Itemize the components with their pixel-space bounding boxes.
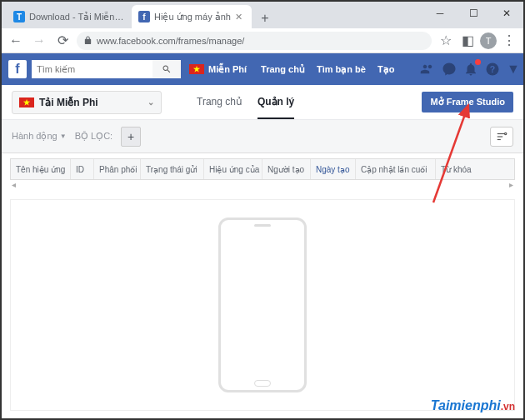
notification-badge: [475, 59, 481, 65]
forward-button[interactable]: →: [30, 32, 48, 50]
content-tabs: Trang chủ Quản lý: [197, 86, 294, 119]
phone-screen: [224, 232, 301, 377]
sort-button[interactable]: [490, 127, 513, 147]
tab-title: Download - Tải Miễn Phí VN - P: [29, 12, 125, 22]
watermark-text: Taimienphi: [431, 398, 501, 412]
table-header: Tên hiệu ứng ID Phân phối Trạng thái gửi…: [10, 158, 515, 180]
reload-button[interactable]: ⟳: [53, 32, 72, 50]
rainbow-bottom-icon: [224, 318, 301, 377]
notifications-icon[interactable]: [463, 62, 478, 77]
maximize-button[interactable]: ☐: [457, 2, 490, 25]
col-status[interactable]: Trạng thái gửi: [141, 159, 204, 179]
table: Tên hiệu ứng ID Phân phối Trạng thái gửi…: [2, 153, 523, 189]
scroll-indicator: ◂▸: [10, 180, 515, 189]
menu-icon[interactable]: ⋮: [500, 32, 518, 50]
col-effect-of[interactable]: Hiệu ứng của: [204, 159, 262, 179]
watermark: Taimienphi.vn: [431, 398, 515, 413]
star-icon[interactable]: ☆: [437, 32, 455, 50]
fb-nav: Trang chủ Tìm bạn bè Tạo: [255, 64, 400, 75]
phone-home-button: [254, 380, 271, 387]
back-button[interactable]: ←: [7, 32, 25, 50]
help-icon[interactable]: ?: [485, 62, 500, 77]
fb-search: [32, 60, 181, 78]
tab-home[interactable]: Trang chủ: [197, 86, 242, 119]
col-name[interactable]: Tên hiệu ứng: [11, 159, 71, 179]
messenger-icon[interactable]: [442, 62, 457, 77]
phone-speaker: [254, 224, 271, 227]
search-icon: [162, 64, 172, 74]
watermark-suffix: .vn: [501, 401, 515, 412]
svg-point-5: [505, 132, 507, 134]
search-button[interactable]: [152, 60, 181, 78]
add-filter-button[interactable]: +: [121, 127, 141, 147]
content-header: Tải Miễn Phi ⌄ Trang chủ Quản lý Mở Fram…: [2, 85, 523, 120]
vn-flag-icon: [19, 98, 34, 108]
browser-titlebar: T Download - Tải Miễn Phí VN - P f Hiệu …: [2, 2, 523, 28]
action-dropdown[interactable]: Hành động ▼: [12, 131, 67, 142]
fb-header: f Miễn Phí Trang chủ Tìm bạn bè Tạo ? ▼: [2, 53, 523, 85]
nav-create[interactable]: Tạo: [372, 64, 400, 75]
new-tab-button[interactable]: +: [255, 8, 275, 28]
col-created[interactable]: Ngày tạo: [311, 159, 356, 179]
extension-icon[interactable]: ◧: [458, 32, 477, 50]
address-bar: ← → ⟳ www.facebook.com/frames/manage/ ☆ …: [2, 28, 523, 53]
page-name: Tải Miễn Phi: [39, 97, 98, 108]
lock-icon: [83, 36, 92, 45]
window-controls: ─ ☐ ✕: [423, 2, 523, 25]
dropdown-icon[interactable]: ▼: [507, 62, 517, 77]
close-window-button[interactable]: ✕: [490, 2, 523, 25]
chevron-down-icon: ⌄: [148, 98, 154, 107]
svg-text:?: ?: [490, 64, 495, 74]
vn-flag-icon: [189, 64, 204, 74]
chevron-down-icon: ▼: [60, 132, 67, 140]
favicon-fb-icon: f: [138, 11, 150, 22]
preview-panel: [10, 199, 515, 411]
open-frame-studio-button[interactable]: Mở Frame Studio: [422, 92, 513, 112]
close-icon[interactable]: ✕: [235, 12, 245, 22]
url-field[interactable]: www.facebook.com/frames/manage/: [77, 32, 432, 50]
sort-icon: [496, 132, 508, 142]
tab-download[interactable]: T Download - Tải Miễn Phí VN - P: [7, 5, 132, 28]
fb-logo-icon[interactable]: f: [8, 60, 27, 78]
page-selector[interactable]: Tải Miễn Phi ⌄: [12, 91, 162, 114]
nav-friends[interactable]: Tìm bạn bè: [311, 64, 372, 75]
col-dist[interactable]: Phân phối: [94, 159, 141, 179]
tab-title: Hiệu ứng máy ảnh: [154, 12, 231, 22]
rainbow-top-icon: [224, 232, 301, 290]
profile-avatar[interactable]: T: [480, 32, 497, 49]
minimize-button[interactable]: ─: [423, 2, 457, 25]
favicon-t-icon: T: [13, 11, 25, 22]
col-updated[interactable]: Cập nhật lần cuối: [356, 159, 436, 179]
tab-facebook-frames[interactable]: f Hiệu ứng máy ảnh ✕: [132, 5, 252, 28]
toolbar: Hành động ▼ BỘ LỌC: +: [2, 120, 523, 153]
fb-icons: ? ▼: [420, 62, 517, 77]
page-link[interactable]: Miễn Phí: [186, 64, 250, 75]
search-input[interactable]: [32, 60, 152, 78]
url-text: www.facebook.com/frames/manage/: [97, 36, 244, 46]
col-keywords[interactable]: Từ khóa: [436, 159, 514, 179]
nav-home[interactable]: Trang chủ: [255, 64, 311, 75]
col-creator[interactable]: Người tạo: [262, 159, 311, 179]
col-id[interactable]: ID: [71, 159, 94, 179]
filter-label: BỘ LỌC:: [75, 131, 113, 142]
tab-manage[interactable]: Quản lý: [258, 86, 294, 119]
page-link-label: Miễn Phí: [208, 64, 247, 75]
friends-icon[interactable]: [420, 62, 435, 77]
phone-mockup: [218, 218, 307, 392]
